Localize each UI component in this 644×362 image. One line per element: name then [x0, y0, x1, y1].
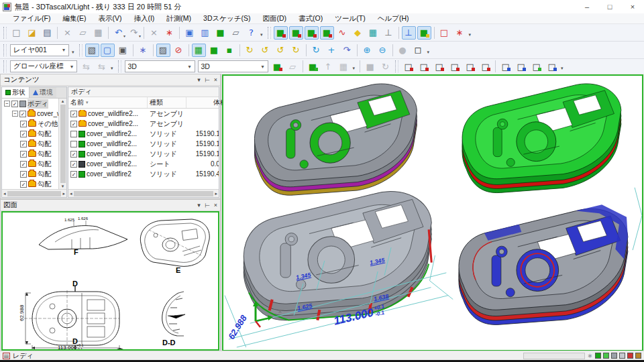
menu-format[interactable]: 書式(O) — [292, 14, 329, 23]
menu-3dsketch[interactable]: 3Dスケッチ(S) — [197, 14, 256, 23]
cut-icon[interactable]: × — [60, 26, 74, 40]
visibility-checkbox[interactable]: ✓ — [20, 141, 27, 147]
tree-item[interactable]: ✓勾配 — [2, 169, 58, 179]
new-file-icon[interactable]: □ — [9, 26, 23, 40]
toolbar-grip[interactable] — [3, 60, 7, 72]
menu-drawing[interactable]: 図面(D) — [256, 14, 292, 23]
model-view-green[interactable] — [445, 81, 639, 203]
grid-body-icon[interactable]: ▦ — [337, 60, 351, 73]
toolbar-overflow-icon[interactable]: ▾ — [353, 66, 356, 71]
paste-icon[interactable]: ▦ — [91, 26, 105, 40]
body-checkbox[interactable]: ✓ — [70, 151, 77, 158]
scrollbar-thumb[interactable] — [60, 105, 66, 183]
shadow-body-icon[interactable]: ■ — [363, 60, 377, 73]
tree-item[interactable]: ✓勾配 — [2, 179, 58, 189]
toolbar-overflow-icon[interactable]: ▾ — [427, 50, 430, 55]
layer-combobox[interactable]: レイヤ001▾ — [10, 44, 69, 56]
body-table-row[interactable]: ✓cover_wildfire2...ソリッド15190.15823680.4 — [68, 149, 219, 159]
panel-menu-icon[interactable]: ▾ — [197, 77, 201, 83]
scroll-right-icon[interactable]: ▸ — [215, 191, 217, 196]
select-pick-icon[interactable]: ▧ — [85, 44, 99, 57]
scrollbar-thumb[interactable] — [7, 191, 62, 196]
triad-axis-icon[interactable]: ⊥ — [402, 26, 416, 40]
close-button[interactable]: × — [621, 0, 644, 13]
menu-edit[interactable]: 編集(E) — [56, 14, 92, 23]
view-left-icon[interactable]: □ — [463, 60, 477, 73]
status-sheet-icon[interactable] — [611, 353, 617, 359]
status-mixed-icon[interactable] — [635, 353, 641, 359]
body-checkbox[interactable]: ✓ — [70, 111, 77, 117]
tree-item[interactable]: ✓勾配 — [2, 139, 58, 149]
delete-icon[interactable]: × — [147, 26, 161, 40]
view-iso-icon-2[interactable]: □ — [514, 60, 528, 73]
show-part-icon[interactable]: ▪ — [223, 44, 237, 57]
body-table-row[interactable]: cover_wildfire2...ソリッド15190.15823680.4 — [68, 129, 219, 139]
toolbar-grip[interactable] — [3, 44, 7, 56]
toolbar-grip[interactable] — [118, 60, 121, 72]
magic-wand-icon[interactable]: ∗ — [136, 44, 150, 57]
edit-solid-icon[interactable]: ■ — [306, 60, 320, 73]
show-all-bodies-icon[interactable]: ▦ — [192, 44, 206, 57]
panel-menu-icon[interactable]: ▾ — [197, 202, 201, 208]
face-check-icon-1[interactable]: ■ — [274, 26, 288, 40]
visibility-checkbox[interactable]: ✓ — [19, 111, 26, 117]
pin-measure-icon[interactable]: ⊥ — [382, 26, 396, 40]
body-checkbox[interactable] — [70, 131, 77, 137]
move-body-icon[interactable]: ⇆ — [79, 60, 93, 73]
zoom-page-icon[interactable]: ▣ — [182, 26, 197, 40]
table-horizontal-scrollbar[interactable]: ◂ ▸ — [68, 189, 219, 197]
select-window-icon[interactable]: ▢ — [101, 44, 115, 57]
point-curve-icon[interactable]: ∿ — [335, 26, 350, 40]
section-rect-icon[interactable]: □ — [437, 26, 451, 40]
chevron-down-icon[interactable]: ▾ — [67, 64, 76, 70]
toolbar-grip[interactable] — [395, 60, 398, 72]
menu-measure[interactable]: 計測(M) — [160, 14, 197, 23]
body-table-row[interactable]: ✓cover_wildfire2...アセンブリ — [68, 119, 219, 129]
raise-body-icon[interactable]: ↑ — [321, 60, 335, 73]
help-icon[interactable]: ? — [244, 26, 258, 40]
orbit-icon[interactable]: ↻ — [309, 44, 323, 57]
tree-item[interactable]: −✓cover_w — [2, 109, 58, 119]
rotate-axis-icon[interactable]: ↻ — [378, 60, 392, 73]
view-top-icon[interactable]: □ — [432, 60, 446, 73]
toolbar-overflow-icon[interactable]: ▾ — [260, 32, 263, 38]
zoom-out-icon[interactable]: ⊖ — [376, 44, 390, 57]
rotate-up-icon[interactable]: ↻ — [243, 44, 257, 57]
undo-icon[interactable]: ↶▾ — [111, 26, 125, 40]
face-check-icon-3[interactable]: ■ — [305, 26, 319, 40]
copy-body-icon[interactable]: ⇆ — [95, 60, 109, 73]
scroll-left-icon[interactable]: ◂ — [3, 191, 6, 196]
status-solid-icon[interactable] — [595, 353, 601, 359]
body-checkbox[interactable]: ✓ — [70, 121, 77, 127]
no-display-icon[interactable]: ⊘ — [172, 44, 186, 57]
toolbar-overflow-icon[interactable]: ▾ — [469, 32, 472, 38]
close-icon[interactable]: × — [214, 202, 217, 208]
rotate-left-icon[interactable]: ↺ — [274, 44, 288, 57]
view-right-icon[interactable]: □ — [478, 60, 492, 73]
tree-item[interactable]: ✓勾配 — [2, 159, 58, 169]
collapse-icon[interactable]: − — [12, 111, 18, 117]
body-checkbox[interactable]: ✓ — [70, 161, 77, 168]
hide-body-icon[interactable]: ▨ — [156, 44, 170, 57]
toolbar-grip[interactable] — [268, 27, 271, 39]
model-view-draft-colored[interactable] — [235, 81, 437, 206]
view-bottom-icon[interactable]: □ — [447, 60, 462, 73]
solid-box-icon[interactable]: ■ — [417, 26, 431, 40]
walkthrough-icon[interactable]: ● — [396, 44, 410, 57]
redo-icon[interactable]: ↷▾ — [127, 26, 141, 40]
pin-icon[interactable]: ⊥ — [204, 77, 210, 82]
toolbar-grip[interactable] — [79, 44, 83, 56]
tree-horizontal-scrollbar[interactable]: ◂ ▸ — [2, 189, 66, 197]
visibility-checkbox[interactable]: ✓ — [20, 161, 27, 168]
model-view-draft-check[interactable] — [445, 200, 643, 341]
pan-icon[interactable]: + — [325, 44, 339, 57]
tab-shape[interactable]: 形状 — [2, 87, 30, 98]
orbit-object-icon[interactable]: ↷ — [340, 44, 354, 57]
save-icon[interactable]: ▤ — [40, 26, 54, 40]
status-wire-icon[interactable] — [619, 353, 625, 359]
view-iso-icon-4[interactable]: □ — [545, 60, 559, 73]
rotate-right-icon[interactable]: ↻ — [289, 44, 303, 57]
column-name[interactable]: 名前▾ — [68, 97, 148, 108]
tree-vertical-scrollbar[interactable]: ▴ ▾ — [58, 99, 66, 189]
coordinate-combobox[interactable]: グローバル座標▾ — [10, 60, 77, 72]
